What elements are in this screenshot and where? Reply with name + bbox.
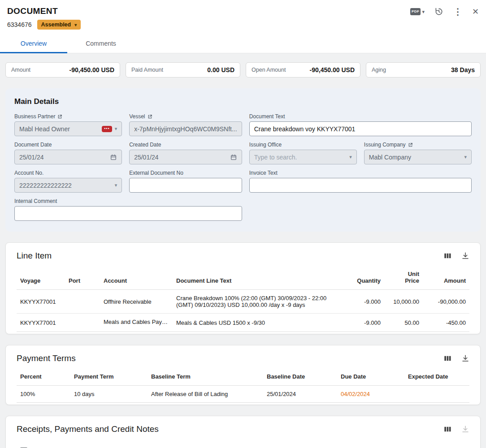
cell-unit-price: 10,000.00 — [384, 290, 423, 314]
summary-cards: Amount -90,450.00 USD Paid Amount 0.00 U… — [5, 62, 481, 78]
main-details-section: Main Details Business Partner Mabl Head … — [5, 88, 481, 232]
cell-port — [65, 290, 100, 314]
cell-quantity: -9.000 — [345, 290, 384, 314]
document-date-input: 25/01/24 — [14, 150, 122, 164]
cell-voyage: KKYYX77001 — [17, 314, 65, 332]
col-unit-price: Unit Price — [384, 263, 423, 290]
document-text-input[interactable] — [249, 121, 472, 136]
document-subheader: 6334676 Assembled ▾ — [7, 20, 479, 30]
col-percent: Percent — [17, 366, 70, 386]
field-label: Invoice Text — [249, 170, 278, 176]
cell-document-line-text: Meals & Cables USD 1500 x -9/30 — [173, 314, 345, 332]
close-button[interactable]: ✕ — [472, 8, 479, 16]
field-document-date: Document Date 25/01/24 — [14, 142, 122, 164]
cell-document-line-text: Crane Breakdown 100% (22:00 (GMT) 30/09/… — [173, 290, 345, 314]
external-document-no-input[interactable] — [129, 178, 242, 193]
download-button — [461, 425, 469, 433]
account-no-value: 222222222222222 — [19, 182, 112, 189]
cell-account: Offhire Receivable — [100, 290, 173, 314]
download-icon — [461, 354, 469, 362]
header: DOCUMENT PDF ▾ ⋮ ✕ 6334 — [0, 0, 486, 53]
created-date-input: 25/01/24 — [129, 150, 242, 164]
summary-value: 0.00 USD — [207, 66, 234, 73]
field-issuing-office: Issuing Office Type to search. ▾ — [249, 142, 357, 164]
manage-columns-button[interactable] — [443, 252, 451, 260]
payment-terms-table: Percent Payment Term Baseline Term Basel… — [17, 366, 469, 403]
partner-options-badge[interactable]: ••• — [102, 126, 112, 132]
col-quantity: Quantity — [345, 263, 384, 290]
tab-overview[interactable]: Overview — [0, 35, 67, 53]
cell-baseline-term: After Release of Bill of Lading — [148, 386, 263, 403]
summary-label: Open Amount — [252, 67, 286, 73]
internal-comment-input[interactable] — [14, 206, 242, 221]
more-menu-button[interactable]: ⋮ — [453, 7, 462, 16]
col-amount: Amount — [416, 440, 469, 448]
line-item-table: Voyage Port Account Document Line Text Q… — [17, 263, 469, 332]
chevron-down-icon: ▾ — [349, 154, 352, 160]
summary-card-amount: Amount -90,450.00 USD — [5, 62, 120, 78]
issuing-company-value: Mabl Company — [369, 154, 462, 161]
receipts-table: Document No Document Date Document Type … — [17, 440, 469, 448]
section-title: Main Details — [14, 97, 472, 106]
summary-label: Paid Amount — [131, 67, 163, 73]
download-button[interactable] — [461, 354, 469, 362]
chevron-down-icon: ▾ — [115, 126, 117, 132]
field-issuing-company: Issuing Company Mabl Company ▾ — [364, 142, 472, 164]
summary-value: -90,450.00 USD — [69, 66, 114, 73]
cell-port — [65, 314, 100, 332]
manage-columns-icon — [443, 252, 451, 260]
chevron-down-icon: ▾ — [464, 154, 467, 160]
cell-percent: 100% — [17, 386, 70, 403]
table-header-row: Document No Document Date Document Type … — [17, 440, 469, 448]
field-document-text: Document Text — [249, 113, 472, 136]
field-label: Vessel — [129, 113, 145, 120]
table-header-row: Percent Payment Term Baseline Term Basel… — [17, 366, 469, 386]
status-badge[interactable]: Assembled ▾ — [37, 20, 81, 30]
history-button[interactable] — [434, 7, 443, 16]
summary-card-open-amount: Open Amount -90,450.00 USD — [246, 62, 360, 78]
table-row: KKYYX77001 Offhire Receivable Crane Brea… — [17, 290, 469, 314]
external-link-icon[interactable] — [408, 142, 413, 147]
document-date-value: 25/01/24 — [19, 154, 107, 161]
vessel-input: x-7pMnHjyjimtxgHOq6WC0M9SNft... — [129, 121, 242, 136]
col-expected-date: Expected Date — [404, 366, 469, 386]
calendar-icon — [110, 154, 117, 161]
col-document-line-text: Document Line Text — [173, 263, 345, 290]
col-baseline-date: Baseline Date — [263, 366, 337, 386]
col-document-type: Document Type — [256, 440, 416, 448]
field-label: External Document No — [129, 170, 183, 176]
manage-columns-icon — [443, 425, 451, 433]
summary-card-aging: Aging 38 Days — [366, 62, 481, 78]
export-pdf-button[interactable]: PDF ▾ — [410, 8, 425, 15]
issuing-company-select: Mabl Company ▾ — [364, 150, 472, 164]
col-voyage: Voyage — [17, 263, 65, 290]
external-link-icon[interactable] — [148, 114, 152, 119]
cell-amount: -450.00 — [423, 314, 469, 332]
field-label: Document Date — [14, 142, 52, 148]
field-external-document-no: External Document No — [129, 170, 242, 193]
issuing-office-placeholder: Type to search. — [254, 154, 347, 161]
col-baseline-term: Baseline Term — [148, 366, 263, 386]
chevron-down-icon: ▾ — [115, 182, 117, 188]
invoice-text-input[interactable] — [249, 178, 472, 193]
cell-expected-date — [404, 386, 469, 403]
calendar-icon — [230, 154, 237, 161]
field-label: Created Date — [129, 142, 161, 148]
table-row: 100% 10 days After Release of Bill of La… — [17, 386, 469, 403]
download-button[interactable] — [461, 252, 469, 260]
section-title: Payment Terms — [17, 353, 76, 363]
pdf-icon: PDF — [410, 8, 421, 15]
field-label: Account No. — [14, 170, 43, 176]
section-title: Receipts, Payments and Credit Notes — [17, 424, 159, 434]
chevron-down-icon: ▾ — [422, 9, 425, 15]
col-port: Port — [65, 263, 100, 290]
manage-columns-button[interactable] — [443, 425, 451, 433]
tab-comments[interactable]: Comments — [67, 35, 135, 53]
page-title: DOCUMENT — [7, 6, 58, 16]
external-link-icon[interactable] — [57, 114, 62, 119]
section-title: Line Item — [17, 251, 52, 261]
cell-baseline-date: 25/01/2024 — [263, 386, 337, 403]
manage-columns-icon — [443, 354, 451, 362]
manage-columns-button[interactable] — [443, 354, 451, 362]
issuing-office-select: Type to search. ▾ — [249, 150, 357, 164]
